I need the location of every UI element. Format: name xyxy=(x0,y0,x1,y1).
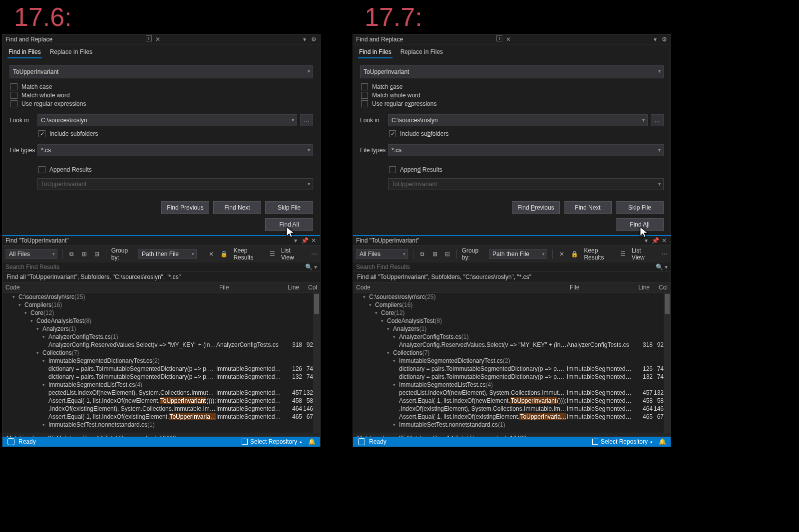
include-subfolders-checkbox[interactable] xyxy=(389,130,396,137)
result-row[interactable]: .IndexOf(existingElement), System.Collec… xyxy=(2,405,320,413)
match-case-checkbox[interactable] xyxy=(10,83,17,90)
find-next-button[interactable]: Find Next xyxy=(564,201,612,214)
include-subfolders-checkbox[interactable] xyxy=(38,130,45,137)
use-regex-checkbox[interactable] xyxy=(361,100,368,107)
list-view-label[interactable]: List View xyxy=(281,247,301,261)
lock-icon[interactable]: 🔒 xyxy=(220,250,228,259)
result-row[interactable]: pectedList.IndexOf(newElement), System.C… xyxy=(2,389,320,397)
scrollbar[interactable] xyxy=(664,293,671,433)
filetypes-combo[interactable]: *.cs xyxy=(37,144,313,156)
search-term-input[interactable] xyxy=(360,65,664,78)
skip-file-button[interactable]: Skip File xyxy=(265,201,313,214)
tab-replace-in-files[interactable]: Replace in Files xyxy=(400,46,444,58)
result-row[interactable]: AnalyzerConfig.ReservedValues.Select(v =… xyxy=(353,341,671,349)
skip-file-button[interactable]: Skip File xyxy=(616,201,664,214)
keep-results-label[interactable]: Keep Results xyxy=(584,247,614,261)
result-row[interactable]: Assert.Equal(-1, list.IndexOf(existingEl… xyxy=(2,413,320,421)
result-row[interactable]: Assert.Equal(-1, list.IndexOf(newElement… xyxy=(353,397,671,405)
vs-icon[interactable] xyxy=(358,438,365,445)
tree-group[interactable]: ImmutableSegmentedDictionaryTest.cs (2) xyxy=(353,357,671,365)
col-line[interactable]: Line xyxy=(281,282,302,292)
results-tree[interactable]: C:\sources\roslyn\src (25)Compilers (16)… xyxy=(2,293,320,433)
lock-icon[interactable]: 🔒 xyxy=(570,250,579,259)
find-all-button[interactable]: Find All xyxy=(616,218,664,231)
tree-group[interactable]: Core (12) xyxy=(353,309,671,317)
search-results-input[interactable] xyxy=(5,264,302,270)
copy-icon[interactable]: ⧉ xyxy=(68,250,75,259)
tree-group[interactable]: Analyzers (1) xyxy=(353,325,671,333)
list-icon[interactable]: ☰ xyxy=(619,250,626,259)
close-icon[interactable]: ✕ xyxy=(310,237,317,244)
tree-group[interactable]: Compilers (16) xyxy=(2,301,320,309)
pin-icon[interactable]: 📌 xyxy=(652,237,659,244)
tree-group[interactable]: CodeAnalysisTest (8) xyxy=(2,317,320,325)
result-row[interactable]: dictionary = pairs.ToImmutableSegmentedD… xyxy=(2,373,320,381)
pin-icon[interactable] xyxy=(496,35,503,43)
close-icon[interactable]: ✕ xyxy=(505,36,512,43)
bell-icon[interactable] xyxy=(659,438,666,445)
close-icon[interactable]: ✕ xyxy=(154,36,161,43)
filter-combo[interactable]: All Files▾ xyxy=(356,249,408,259)
vs-icon[interactable] xyxy=(7,438,14,445)
tab-find-in-files[interactable]: Find in Files xyxy=(7,46,42,58)
append-results-checkbox[interactable] xyxy=(38,166,45,173)
filetypes-combo[interactable]: *.cs xyxy=(388,144,664,156)
match-word-checkbox[interactable] xyxy=(10,92,17,99)
result-row[interactable]: AnalyzerConfig.ReservedValues.Select(v =… xyxy=(2,341,320,349)
tree-group[interactable]: Compilers (16) xyxy=(353,301,671,309)
select-repository-button[interactable]: Select Repository▴ xyxy=(592,438,653,445)
tab-replace-in-files[interactable]: Replace in Files xyxy=(49,46,93,58)
dropdown-icon[interactable]: ▾ xyxy=(292,237,299,244)
use-regex-checkbox[interactable] xyxy=(10,100,17,107)
col-code[interactable]: Code xyxy=(353,282,567,292)
tree-group[interactable]: AnalyzerConfigTests.cs (1) xyxy=(2,333,320,341)
close-icon[interactable]: ✕ xyxy=(661,237,668,244)
result-row[interactable]: dictionary = pairs.ToImmutableSegmentedD… xyxy=(353,365,671,373)
groupby-combo[interactable]: Path then File▾ xyxy=(489,249,547,259)
list-icon[interactable]: ☰ xyxy=(268,250,276,259)
keep-results-label[interactable]: Keep Results xyxy=(233,247,263,261)
find-next-button[interactable]: Find Next xyxy=(213,201,261,214)
tree-group[interactable]: AnalyzerConfigTests.cs (1) xyxy=(353,333,671,341)
tree-group[interactable]: ImmutableSegmentedListTest.cs (4) xyxy=(353,381,671,389)
browse-button[interactable]: … xyxy=(300,114,313,126)
tree-group[interactable]: Analyzers (1) xyxy=(2,325,320,333)
result-row[interactable]: pectedList.IndexOf(newElement), System.C… xyxy=(353,389,671,397)
result-row[interactable]: dictionary = pairs.ToImmutableSegmentedD… xyxy=(353,373,671,381)
tree-group[interactable]: Collections (7) xyxy=(2,349,320,357)
expand-icon[interactable]: ⊞ xyxy=(80,250,88,259)
scrollbar[interactable] xyxy=(313,293,320,433)
collapse-icon[interactable]: ⊟ xyxy=(443,250,451,259)
bell-icon[interactable] xyxy=(308,438,315,445)
col-col[interactable]: Col xyxy=(302,282,320,292)
lookin-combo[interactable]: C:\sources\roslyn xyxy=(37,114,297,126)
tree-group[interactable]: C:\sources\roslyn\src (25) xyxy=(2,293,320,301)
tab-find-in-files[interactable]: Find in Files xyxy=(358,46,393,58)
copy-icon[interactable]: ⧉ xyxy=(418,250,426,259)
dropdown-icon[interactable]: ▾ xyxy=(301,36,308,43)
delete-icon[interactable]: ✕ xyxy=(558,250,565,259)
col-file[interactable]: File xyxy=(216,282,281,292)
col-file[interactable]: File xyxy=(567,282,632,292)
result-row[interactable]: Assert.Equal(-1, list.IndexOf(existingEl… xyxy=(353,413,671,421)
search-results-input[interactable] xyxy=(356,264,653,270)
match-word-checkbox[interactable] xyxy=(361,92,368,99)
list-view-label[interactable]: List View xyxy=(632,247,652,261)
result-row[interactable]: dictionary = pairs.ToImmutableSegmentedD… xyxy=(2,365,320,373)
dropdown-icon[interactable]: ▾ xyxy=(643,237,650,244)
tree-group[interactable]: ImmutableSetTest.nonnetstandard.cs (1) xyxy=(353,421,671,429)
col-col[interactable]: Col xyxy=(653,282,671,292)
pin-icon[interactable]: 📌 xyxy=(301,237,308,244)
tree-group[interactable]: ImmutableSegmentedListTest.cs (4) xyxy=(2,381,320,389)
col-code[interactable]: Code xyxy=(2,282,216,292)
find-previous-button[interactable]: Find Previous xyxy=(161,201,209,214)
dropdown-icon[interactable]: ▾ xyxy=(652,36,659,43)
select-repository-button[interactable]: Select Repository▴ xyxy=(242,438,302,445)
lookin-combo[interactable]: C:\sources\roslyn xyxy=(388,114,648,126)
collapse-icon[interactable]: ⊟ xyxy=(93,250,100,259)
delete-icon[interactable]: ✕ xyxy=(207,250,215,259)
find-previous-button[interactable]: Find Previous xyxy=(512,201,560,214)
results-tree[interactable]: C:\sources\roslyn\src (25)Compilers (16)… xyxy=(353,293,671,433)
find-all-button[interactable]: Find All xyxy=(265,218,313,231)
pin-icon[interactable] xyxy=(145,35,152,43)
